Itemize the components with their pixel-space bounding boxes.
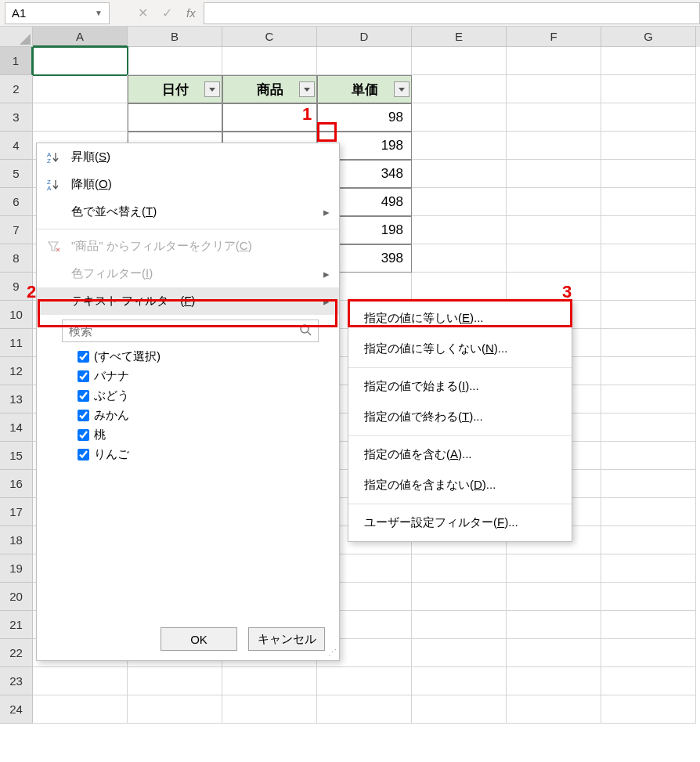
text-filter[interactable]: テキスト フィルター(F) ▸: [37, 287, 339, 315]
filter-checkbox[interactable]: [78, 390, 89, 402]
filter-not-equals[interactable]: 指定の値に等しくない(N)...: [348, 334, 572, 364]
cell[interactable]: [601, 554, 696, 583]
cell[interactable]: [412, 103, 507, 132]
ok-button[interactable]: OK: [161, 627, 237, 651]
cell[interactable]: [412, 695, 507, 724]
row-header[interactable]: 21: [0, 611, 33, 639]
cell[interactable]: [601, 75, 696, 103]
cell[interactable]: [601, 695, 696, 724]
cell[interactable]: [128, 695, 222, 724]
search-box[interactable]: [62, 320, 319, 342]
row-header[interactable]: 5: [0, 160, 33, 188]
select-all-corner[interactable]: [0, 27, 33, 47]
cell[interactable]: [507, 47, 601, 75]
formula-input[interactable]: [204, 2, 700, 24]
filter-item[interactable]: (すべて選択): [78, 347, 319, 367]
cell[interactable]: [601, 47, 696, 75]
cell[interactable]: 商品: [222, 75, 317, 103]
row-header[interactable]: 18: [0, 526, 33, 554]
cell[interactable]: [601, 329, 696, 357]
filter-item[interactable]: 桃: [78, 425, 319, 445]
cell[interactable]: [507, 132, 601, 160]
cell[interactable]: [601, 498, 696, 526]
filter-not-contains[interactable]: 指定の値を含まない(D)...: [348, 470, 572, 500]
filter-checkbox[interactable]: [78, 410, 89, 421]
cell[interactable]: [507, 639, 601, 667]
cell[interactable]: [507, 188, 601, 216]
cell[interactable]: [601, 216, 696, 244]
cell[interactable]: [601, 611, 696, 639]
row-header[interactable]: 2: [0, 75, 33, 103]
cell[interactable]: [507, 611, 601, 639]
cell[interactable]: [507, 244, 601, 273]
cell[interactable]: [507, 103, 601, 132]
row-header[interactable]: 12: [0, 357, 33, 385]
row-header[interactable]: 1: [0, 47, 33, 75]
cell[interactable]: [601, 385, 696, 414]
cell[interactable]: [601, 160, 696, 188]
filter-checkbox[interactable]: [78, 370, 89, 382]
cell[interactable]: [33, 667, 128, 695]
cell[interactable]: [33, 47, 128, 75]
cell[interactable]: 98: [317, 103, 412, 132]
filter-contains[interactable]: 指定の値を含む(A)...: [348, 439, 572, 470]
search-input[interactable]: [69, 324, 299, 338]
cell[interactable]: [601, 526, 696, 554]
cell[interactable]: [601, 273, 696, 301]
cell[interactable]: [317, 695, 412, 724]
row-header[interactable]: 23: [0, 667, 33, 695]
cell[interactable]: [507, 273, 601, 301]
filter-begins-with[interactable]: 指定の値で始まる(I)...: [348, 371, 572, 402]
row-header[interactable]: 6: [0, 188, 33, 216]
row-header[interactable]: 15: [0, 442, 33, 470]
sort-by-color[interactable]: 色で並べ替え(T) ▸: [37, 198, 339, 226]
row-header[interactable]: 19: [0, 554, 33, 583]
cell[interactable]: [412, 554, 507, 583]
cell[interactable]: [601, 132, 696, 160]
cell[interactable]: [412, 188, 507, 216]
row-header[interactable]: 3: [0, 103, 33, 132]
sort-ascending[interactable]: AZ 昇順(S): [37, 143, 339, 171]
row-header[interactable]: 10: [0, 301, 33, 329]
cell[interactable]: [33, 103, 128, 132]
col-header-f[interactable]: F: [507, 27, 601, 47]
cell[interactable]: [412, 611, 507, 639]
cell[interactable]: [601, 583, 696, 611]
cell[interactable]: [412, 132, 507, 160]
filter-ends-with[interactable]: 指定の値で終わる(T)...: [348, 402, 572, 432]
row-header[interactable]: 16: [0, 470, 33, 498]
cell[interactable]: [601, 414, 696, 442]
resize-grip-icon[interactable]: ⋰: [328, 648, 337, 658]
cell[interactable]: [222, 667, 317, 695]
sort-descending[interactable]: ZA 降順(O): [37, 171, 339, 198]
cell[interactable]: [507, 583, 601, 611]
cell[interactable]: [507, 216, 601, 244]
cell[interactable]: [601, 188, 696, 216]
col-header-e[interactable]: E: [412, 27, 507, 47]
cell[interactable]: [601, 357, 696, 385]
cell[interactable]: [507, 667, 601, 695]
row-header[interactable]: 20: [0, 583, 33, 611]
cell[interactable]: [412, 639, 507, 667]
filter-checkbox[interactable]: [78, 429, 89, 441]
row-header[interactable]: 14: [0, 414, 33, 442]
filter-checkbox[interactable]: [78, 449, 89, 460]
fx-icon[interactable]: fx: [186, 6, 196, 20]
cell[interactable]: [507, 695, 601, 724]
col-header-c[interactable]: C: [222, 27, 317, 47]
filter-item[interactable]: ぶどう: [78, 386, 319, 406]
filter-item[interactable]: りんご: [78, 445, 319, 464]
cell[interactable]: [507, 75, 601, 103]
cell[interactable]: [128, 667, 222, 695]
row-header[interactable]: 7: [0, 216, 33, 244]
filter-dropdown-icon[interactable]: [204, 81, 220, 97]
row-header[interactable]: 11: [0, 329, 33, 357]
cell[interactable]: [601, 470, 696, 498]
cell[interactable]: [128, 103, 222, 132]
cell[interactable]: 日付: [128, 75, 222, 103]
filter-item[interactable]: みかん: [78, 406, 319, 425]
name-box[interactable]: A1 ▼: [5, 2, 110, 24]
cell[interactable]: [507, 160, 601, 188]
row-header[interactable]: 17: [0, 498, 33, 526]
cell[interactable]: 単価: [317, 75, 412, 103]
